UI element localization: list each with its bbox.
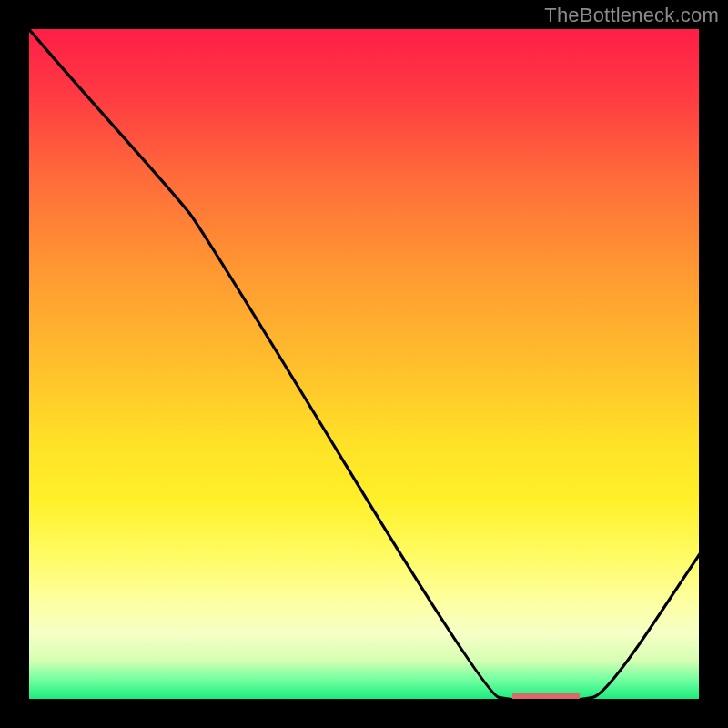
bottleneck-curve [27, 27, 701, 701]
chart-stage: TheBottleneck.com [0, 0, 728, 728]
optimal-range-marker [512, 693, 580, 701]
plot-area [27, 27, 701, 701]
attribution-label: TheBottleneck.com [544, 4, 719, 27]
